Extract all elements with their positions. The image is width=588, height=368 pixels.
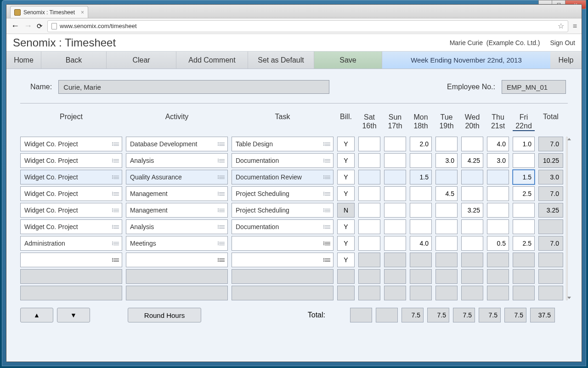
hours-cell[interactable] — [513, 219, 535, 234]
hours-cell[interactable] — [435, 219, 458, 234]
billable-cell[interactable]: Y — [337, 137, 355, 151]
hours-cell[interactable] — [384, 203, 406, 218]
hours-cell[interactable] — [358, 170, 380, 184]
hours-cell[interactable] — [358, 153, 380, 168]
hours-cell[interactable]: 3.0 — [487, 153, 509, 168]
add-comment-button[interactable]: Add Comment — [176, 52, 248, 69]
list-picker-icon[interactable] — [219, 143, 225, 146]
hours-cell[interactable] — [513, 153, 535, 168]
row-down-button[interactable]: ▼ — [57, 308, 90, 322]
hours-cell[interactable]: 4.25 — [461, 153, 483, 168]
billable-cell[interactable]: Y — [337, 170, 355, 184]
list-picker-icon[interactable] — [219, 159, 225, 162]
back-button[interactable]: Back — [41, 52, 107, 69]
list-picker-icon[interactable] — [113, 176, 119, 179]
hours-cell[interactable] — [384, 186, 406, 201]
project-picker[interactable] — [20, 253, 122, 267]
url-input[interactable]: www.senomix.com/timesheet ☆ — [47, 20, 568, 32]
list-picker-icon[interactable] — [219, 192, 225, 196]
hours-cell[interactable] — [461, 219, 483, 234]
hours-cell[interactable] — [358, 203, 380, 218]
task-picker[interactable]: Project Scheduling — [232, 203, 334, 218]
round-hours-button[interactable]: Round Hours — [128, 308, 201, 322]
hours-cell[interactable] — [384, 137, 406, 151]
activity-picker[interactable]: Analysis — [126, 219, 228, 234]
activity-picker[interactable] — [126, 253, 228, 267]
hours-cell[interactable]: 3.0 — [435, 153, 458, 168]
list-picker-icon[interactable] — [325, 192, 330, 196]
hours-cell[interactable]: 2.5 — [513, 186, 535, 201]
list-picker-icon[interactable] — [325, 259, 330, 262]
billable-cell[interactable]: Y — [337, 186, 355, 201]
list-picker-icon[interactable] — [219, 225, 225, 229]
hours-cell[interactable]: 1.5 — [513, 170, 535, 184]
list-picker-icon[interactable] — [113, 159, 119, 162]
home-button[interactable]: Home — [6, 52, 41, 69]
list-picker-icon[interactable] — [113, 225, 119, 229]
activity-picker[interactable]: Quality Assurance — [126, 170, 228, 184]
hours-cell[interactable] — [358, 236, 380, 251]
billable-cell[interactable]: Y — [337, 253, 355, 267]
list-picker-icon[interactable] — [325, 143, 330, 146]
task-picker[interactable] — [232, 236, 334, 251]
hours-cell[interactable]: 4.0 — [410, 236, 432, 251]
list-picker-icon[interactable] — [113, 259, 119, 262]
hours-cell[interactable] — [461, 170, 483, 184]
activity-picker[interactable]: Management — [126, 203, 228, 218]
hours-cell[interactable]: 4.0 — [487, 137, 509, 151]
hours-cell[interactable] — [461, 186, 483, 201]
project-picker[interactable]: Widget Co. Project — [20, 203, 122, 218]
project-picker[interactable]: Administration — [20, 236, 122, 251]
list-picker-icon[interactable] — [219, 242, 225, 245]
list-picker-icon[interactable] — [113, 242, 119, 245]
project-picker[interactable]: Widget Co. Project — [20, 186, 122, 201]
hours-cell[interactable] — [358, 219, 380, 234]
hours-cell[interactable] — [384, 170, 406, 184]
name-field[interactable]: Curie, Marie — [58, 80, 329, 94]
hours-cell[interactable] — [487, 219, 509, 234]
hours-cell[interactable] — [410, 203, 432, 218]
browser-tab[interactable]: Senomix : Timesheet × — [10, 6, 88, 18]
hours-cell[interactable]: 1.5 — [410, 170, 432, 184]
hours-cell[interactable]: 0.5 — [487, 236, 509, 251]
nav-reload-icon[interactable]: ⟳ — [37, 22, 43, 30]
save-button[interactable]: Save — [314, 52, 382, 69]
hours-cell[interactable]: 3.25 — [461, 203, 483, 218]
hours-cell[interactable] — [461, 137, 483, 151]
help-button[interactable]: Help — [550, 52, 582, 69]
nav-back-icon[interactable]: ← — [11, 21, 19, 31]
hours-cell[interactable] — [487, 186, 509, 201]
project-picker[interactable]: Widget Co. Project — [20, 219, 122, 234]
hours-cell[interactable] — [384, 153, 406, 168]
task-picker[interactable] — [232, 253, 334, 267]
hours-cell[interactable] — [410, 153, 432, 168]
list-picker-icon[interactable] — [325, 159, 330, 162]
hours-cell[interactable]: 2.0 — [410, 137, 432, 151]
billable-cell[interactable]: Y — [337, 219, 355, 234]
list-picker-icon[interactable] — [325, 225, 330, 229]
hours-cell[interactable] — [384, 219, 406, 234]
activity-picker[interactable]: Analysis — [126, 153, 228, 168]
hours-cell[interactable] — [384, 236, 406, 251]
hours-cell[interactable] — [513, 203, 535, 218]
list-picker-icon[interactable] — [325, 176, 330, 179]
activity-picker[interactable]: Management — [126, 186, 228, 201]
task-picker[interactable]: Table Design — [232, 137, 334, 151]
browser-menu-icon[interactable]: ≡ — [573, 22, 577, 30]
hours-cell[interactable] — [487, 203, 509, 218]
hours-cell[interactable] — [487, 170, 509, 184]
task-picker[interactable]: Documentation — [232, 219, 334, 234]
list-picker-icon[interactable] — [325, 209, 330, 212]
billable-cell[interactable]: Y — [337, 236, 355, 251]
bookmark-star-icon[interactable]: ☆ — [558, 22, 564, 30]
billable-cell[interactable]: Y — [337, 153, 355, 168]
activity-picker[interactable]: Database Development — [126, 137, 228, 151]
employee-no-field[interactable]: EMP_MN_01 — [502, 80, 566, 94]
clear-button[interactable]: Clear — [107, 52, 176, 69]
hours-cell[interactable] — [461, 236, 483, 251]
hours-cell[interactable] — [410, 219, 432, 234]
hours-cell[interactable] — [435, 137, 458, 151]
activity-picker[interactable]: Meetings — [126, 236, 228, 251]
task-picker[interactable]: Project Scheduling — [232, 186, 334, 201]
hours-cell[interactable] — [435, 236, 458, 251]
